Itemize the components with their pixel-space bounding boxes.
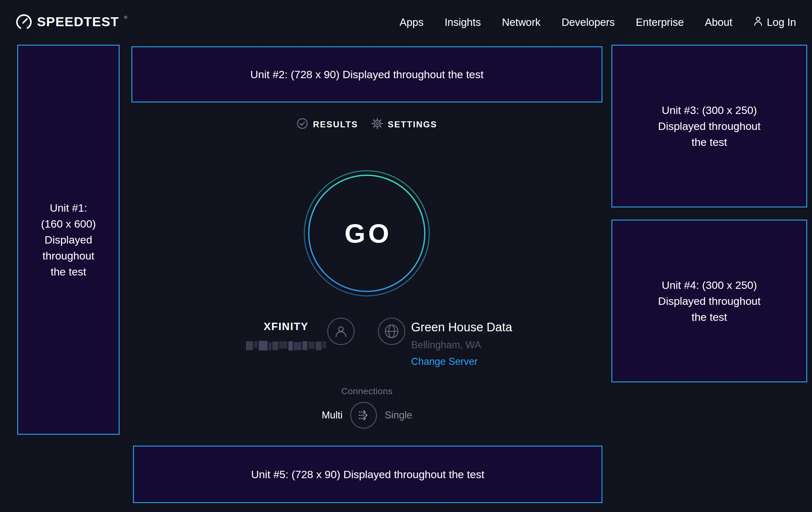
server-name: Green House Data [411, 320, 512, 334]
connections-multi-option[interactable]: Multi [322, 409, 343, 421]
server-globe [378, 318, 405, 345]
nav-item-apps[interactable]: Apps [400, 16, 424, 28]
main-nav: Apps Insights Network Developers Enterpr… [400, 16, 732, 28]
connections-label: Connections [132, 386, 603, 397]
login-button[interactable]: Log In [753, 16, 796, 29]
go-button-rings [303, 170, 430, 297]
change-server-link[interactable]: Change Server [411, 356, 478, 368]
connections-toggle-row: Multi Single [132, 402, 603, 429]
globe-icon [384, 324, 399, 339]
ad-unit-1[interactable]: Unit #1: (160 x 600) Displayed throughou… [17, 45, 120, 435]
nav-item-developers[interactable]: Developers [562, 16, 615, 28]
logo[interactable]: SPEEDTEST ® [16, 14, 127, 31]
tab-results[interactable]: RESULTS [297, 118, 358, 132]
logo-trademark: ® [124, 15, 127, 20]
ad-unit-4[interactable]: Unit #4: (300 x 250) Displayed throughou… [611, 220, 807, 382]
tab-results-label: RESULTS [313, 120, 358, 130]
user-icon [753, 16, 763, 29]
nav-item-about[interactable]: About [705, 16, 732, 28]
ad-unit-5-text: Unit #5: (728 x 90) Displayed throughout… [251, 466, 484, 482]
ad-unit-3[interactable]: Unit #3: (300 x 250) Displayed throughou… [611, 45, 807, 208]
tab-settings[interactable]: SETTINGS [372, 118, 437, 132]
view-tabs: RESULTS [132, 115, 603, 133]
ad-unit-4-text: Unit #4: (300 x 250) Displayed throughou… [658, 277, 760, 325]
logo-text: SPEEDTEST [37, 14, 119, 30]
speedtest-app: SPEEDTEST ® Apps Insights Network Develo… [0, 0, 812, 512]
isp-avatar [327, 318, 355, 345]
ad-unit-5[interactable]: Unit #5: (728 x 90) Displayed throughout… [133, 446, 603, 503]
check-circle-icon [297, 118, 308, 132]
go-button[interactable]: GO [303, 170, 430, 297]
login-label: Log In [767, 16, 796, 28]
ad-unit-3-text: Unit #3: (300 x 250) Displayed throughou… [658, 102, 760, 150]
tab-settings-label: SETTINGS [388, 120, 437, 130]
isp-name: XFINITY [264, 321, 309, 332]
connections-single-option[interactable]: Single [385, 409, 412, 421]
server-block: Green House Data Bellingham, WA Change S… [378, 318, 512, 368]
isp-ip-redacted [246, 341, 326, 350]
nav-item-insights[interactable]: Insights [444, 16, 481, 28]
ad-unit-2[interactable]: Unit #2: (728 x 90) Displayed throughout… [132, 46, 603, 103]
multi-connections-icon [356, 408, 371, 423]
gear-icon [372, 118, 383, 132]
nav-item-enterprise[interactable]: Enterprise [636, 16, 684, 28]
ad-unit-2-text: Unit #2: (728 x 90) Displayed throughout… [250, 66, 484, 82]
person-icon [334, 325, 348, 338]
speedtest-gauge-icon [16, 14, 32, 31]
nav-item-network[interactable]: Network [502, 16, 541, 28]
server-location: Bellingham, WA [411, 339, 481, 351]
header: SPEEDTEST ® Apps Insights Network Develo… [0, 0, 812, 45]
connections-toggle-button[interactable] [350, 402, 377, 429]
ad-unit-1-text: Unit #1: (160 x 600) Displayed throughou… [41, 200, 96, 279]
isp-block: XFINITY [251, 318, 355, 350]
